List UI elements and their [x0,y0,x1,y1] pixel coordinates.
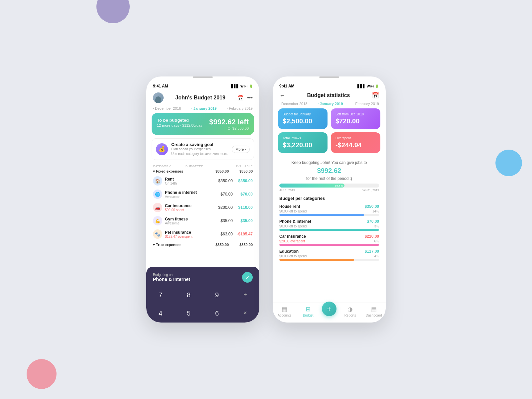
car-icon: 🚗 [153,203,162,212]
dashboard-icon: ▤ [371,306,377,313]
next-month-right[interactable]: · February 2019 [353,102,379,106]
progress-label: 65.4 % [335,184,343,187]
calc-title: Phone & Internet [153,277,190,282]
table-row[interactable]: 🌐 Phone & internet Awesome $70.00 $70.00 [146,188,259,201]
table-row[interactable]: 🚗 Car insurance $90.00 spent $200.00 $11… [146,201,259,214]
stat-card-budget: Budget for January $2,500.00 [278,108,328,129]
calc-btn-multiply[interactable]: × [231,304,259,323]
reports-icon: ◑ [347,306,353,313]
pet-icon: 🐾 [153,229,162,239]
current-month-right[interactable]: · January 2019 [318,102,343,106]
table-row[interactable]: 🏠 Rent On 14th $350.00 $350.00 [146,174,259,188]
rent-icon: 🏠 [153,176,162,186]
calculator-overlay: Budgeting on Phone & Internet ✓ 7 8 9 ÷ … [146,267,259,323]
nav-label-dashboard: Dashboard [366,314,382,317]
right-header: ← Budget statistics 📅 [273,90,386,101]
current-month-left[interactable]: · January 2019 [191,106,216,110]
phone-right: 9:41 AM ▋▋▋ WiFi 🔋 ← Budget statistics 📅… [273,76,386,323]
month-nav-left: · December 2018 · January 2019 · Februar… [146,105,259,113]
save-goal-more-button[interactable]: More › [232,146,250,153]
budget-card-of: Of $2,500.00 [209,126,249,130]
stat-cards-grid: Budget for January $2,500.00 Left from D… [273,108,386,156]
more-icon-left[interactable]: ••• [247,95,253,101]
calc-grid: 7 8 9 ÷ 4 5 6 × [146,286,259,323]
prev-month-right[interactable]: · December 2018 [279,102,307,106]
budget-icon: ⊞ [306,306,311,313]
stat-card-inflows: Total Inflows $3,220.00 [278,132,328,153]
deco-circle-purple [96,0,130,23]
status-icons-left: ▋▋▋ WiFi 🔋 [231,84,253,88]
bpc-item-phone[interactable]: Phone & internet $70.00 $0.00 left to sp… [273,218,386,233]
calc-btn-9[interactable]: 9 [203,286,231,304]
nav-item-reports[interactable]: ◑ Reports [340,306,360,317]
calc-label: Budgeting on [153,273,190,277]
month-nav-right: · December 2018 · January 2019 · Februar… [273,101,386,108]
calc-btn-4[interactable]: 4 [146,304,175,323]
save-goal-title: Create a saving goal [171,142,228,147]
time-right: 9:41 AM [279,84,295,88]
bpc-title: Budget per categories [273,195,386,203]
true-expenses-header: ▾ True expenses $350.00 $350.00 [146,242,259,248]
nav-item-accounts[interactable]: ▦ Accounts [275,306,295,317]
time-left: 9:41 AM [153,84,168,88]
accounts-icon: ▦ [282,306,287,313]
back-button[interactable]: ← [279,92,285,99]
budget-card-label: To be budgeted [157,118,202,123]
calendar-icon-left[interactable]: 📅 [237,95,244,101]
nav-label-reports: Reports [344,314,356,317]
calc-confirm-button[interactable]: ✓ [242,272,253,283]
page-title-left: John's Budget 2019 [175,95,225,101]
gym-icon: 💪 [153,216,162,225]
save-goal-desc: Plan ahead your expenses.Use each catego… [171,147,228,156]
save-goal-banner: 💰 Create a saving goal Plan ahead your e… [152,138,254,160]
bpc-item-education[interactable]: Education $117.00 $0.00 left to spend 4% [273,248,386,263]
deco-circle-blue [495,150,522,176]
stat-card-leftover: Left from Dec 2018 $720.00 [331,108,380,129]
calc-btn-5[interactable]: 5 [175,304,203,323]
phone-left: 9:41 AM ▋▋▋ WiFi 🔋 John's Budget 2019 📅 … [146,76,259,323]
nav-item-dashboard[interactable]: ▤ Dashboard [364,306,384,317]
bpc-item-car[interactable]: Car insurance $220.00 $20.00 overspent 6… [273,233,386,248]
motivation-section: Keep budgeting John! You can give jobs t… [273,156,386,184]
bottom-navigation: ▦ Accounts ⊞ Budget + ◑ Reports ▤ Dashbo… [273,303,386,323]
page-title-right: Budget statistics [307,92,350,98]
calc-header: Budgeting on Phone & Internet ✓ [146,271,259,286]
category-table-header: CATEGORY BUDGETED AVAILABLE [146,163,259,169]
status-bar-left: 9:41 AM ▋▋▋ WiFi 🔋 [146,80,259,90]
notch-bar-left [193,76,213,78]
table-row[interactable]: 🐾 Pet insurance $122.47 overspent $63.00… [146,227,259,241]
avatar [153,92,164,103]
calc-btn-6[interactable]: 6 [203,304,231,323]
save-goal-icon: 💰 [156,143,168,155]
nav-label-budget: Budget [303,314,314,317]
progress-dates: Jan 1, 2019 Jan 31, 2019 [279,189,379,192]
header-icons-left[interactable]: 📅 ••• [237,95,253,101]
nav-item-budget[interactable]: ⊞ Budget [298,306,318,317]
stat-card-overspent: Overspent -$244.94 [331,132,380,153]
calc-btn-divide[interactable]: ÷ [231,286,259,304]
calc-btn-8[interactable]: 8 [175,286,203,304]
progress-bar-fill: 65.4 % [279,184,344,188]
budget-card-amount: $992.62 left [209,118,249,126]
fixed-expenses-header: ▾ Fixed expenses $350.00 $350.00 [146,169,259,174]
next-month-left[interactable]: · February 2019 [227,106,253,110]
progress-bar-bg: 65.4 % [279,184,379,188]
budget-card: To be budgeted 12 more days · $112.00/da… [152,113,254,135]
left-header: John's Budget 2019 📅 ••• [146,90,259,105]
nav-label-accounts: Accounts [278,314,291,317]
status-icons-right: ▋▋▋ WiFi 🔋 [357,84,379,88]
bpc-item-house[interactable]: House rent $350.00 $0.00 left to spend 1… [273,203,386,218]
progress-section: 65.4 % Jan 1, 2019 Jan 31, 2019 [273,184,386,195]
fab-add-button[interactable]: + [322,302,336,316]
calendar-icon-right[interactable]: 📅 [372,92,379,99]
budget-card-sub: 12 more days · $112.00/day [157,123,202,127]
notch-bar-right [319,76,339,78]
phone-icon: 🌐 [153,190,162,199]
table-row[interactable]: 💪 Gym fitness Awesome $35.00 $35.00 [146,214,259,227]
prev-month-left[interactable]: · December 2018 [153,106,181,110]
status-bar-right: 9:41 AM ▋▋▋ WiFi 🔋 [273,80,386,90]
calc-btn-7[interactable]: 7 [146,286,175,304]
deco-circle-pink [27,359,57,389]
